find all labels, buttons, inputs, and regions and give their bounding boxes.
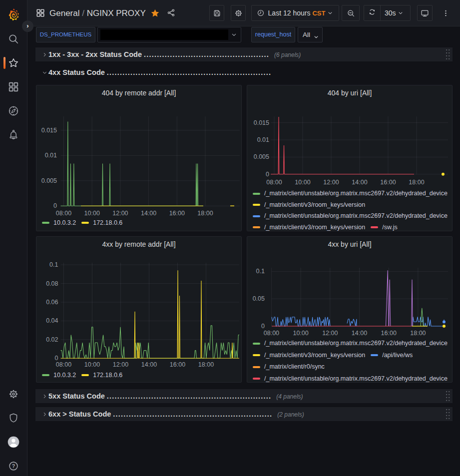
svg-text:08:00: 08:00 [266,179,282,186]
svg-text:08:00: 08:00 [56,210,71,217]
svg-text:16:00: 16:00 [170,361,185,368]
svg-text:0: 0 [261,323,265,330]
svg-text:18:00: 18:00 [410,330,426,337]
svg-text:16:00: 16:00 [380,179,396,186]
svg-text:10:00: 10:00 [293,330,308,337]
svg-text:0.015: 0.015 [41,127,57,134]
svg-text:0: 0 [53,202,57,209]
svg-text:0.08: 0.08 [46,280,58,287]
svg-text:14:00: 14:00 [352,179,367,186]
svg-text:0.06: 0.06 [46,299,58,306]
svg-text:0.015: 0.015 [254,119,269,126]
svg-text:18:00: 18:00 [409,179,424,186]
svg-text:0.05: 0.05 [253,295,265,302]
svg-text:0.1: 0.1 [49,261,58,268]
svg-text:14:00: 14:00 [141,210,156,217]
svg-text:12:00: 12:00 [322,330,338,337]
svg-text:16:00: 16:00 [169,210,185,217]
svg-text:14:00: 14:00 [141,361,157,368]
svg-text:0.02: 0.02 [46,336,58,343]
svg-text:18:00: 18:00 [197,210,213,217]
svg-text:10:00: 10:00 [295,179,310,186]
svg-text:?: ? [12,463,15,469]
svg-text:0.04: 0.04 [46,317,58,324]
svg-text:08:00: 08:00 [56,361,71,368]
svg-text:0.005: 0.005 [254,153,269,160]
svg-text:18:00: 18:00 [198,361,214,368]
svg-text:08:00: 08:00 [264,330,279,337]
svg-text:12:00: 12:00 [113,361,128,368]
svg-text:0.01: 0.01 [257,136,269,143]
svg-text:16:00: 16:00 [381,330,397,337]
svg-text:12:00: 12:00 [323,179,339,186]
svg-text:0.1: 0.1 [256,268,265,275]
svg-text:0.005: 0.005 [41,177,57,184]
svg-text:12:00: 12:00 [112,210,128,217]
svg-text:0.01: 0.01 [45,152,57,159]
svg-text:0: 0 [266,171,269,178]
svg-text:14:00: 14:00 [352,330,367,337]
svg-text:10:00: 10:00 [84,210,100,217]
svg-text:10:00: 10:00 [84,361,100,368]
